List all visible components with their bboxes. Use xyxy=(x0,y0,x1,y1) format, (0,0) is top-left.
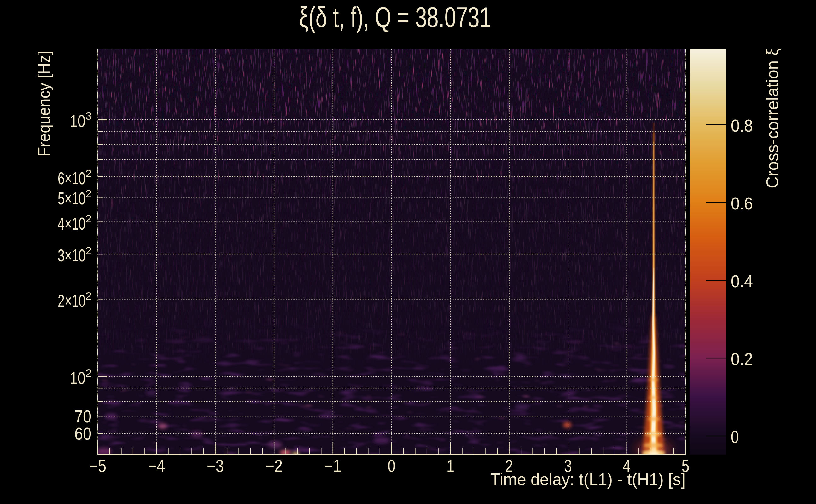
svg-text:−1: −1 xyxy=(325,456,342,476)
svg-text:10: 10 xyxy=(70,111,85,131)
svg-text:−5: −5 xyxy=(89,456,106,476)
svg-text:2: 2 xyxy=(85,290,92,302)
svg-text:0: 0 xyxy=(388,456,396,476)
svg-text:ξ(δ t, f), Q = 38.0731: ξ(δ t, f), Q = 38.0731 xyxy=(299,2,491,33)
svg-text:2: 2 xyxy=(85,187,92,199)
svg-text:Frequency [Hz]: Frequency [Hz] xyxy=(34,51,53,157)
svg-text:4×10: 4×10 xyxy=(58,214,85,233)
svg-text:70: 70 xyxy=(74,407,91,426)
svg-text:2×10: 2×10 xyxy=(58,291,85,311)
svg-text:0.8: 0.8 xyxy=(731,116,753,135)
svg-text:3: 3 xyxy=(85,110,92,122)
svg-text:10: 10 xyxy=(70,368,85,388)
svg-text:0.6: 0.6 xyxy=(731,193,753,213)
svg-text:0.4: 0.4 xyxy=(731,271,753,291)
svg-text:2: 2 xyxy=(85,213,92,225)
svg-text:60: 60 xyxy=(74,424,91,444)
svg-text:2: 2 xyxy=(85,367,92,379)
svg-text:6×10: 6×10 xyxy=(58,169,85,188)
svg-text:−2: −2 xyxy=(266,456,283,476)
svg-text:0: 0 xyxy=(731,427,739,447)
svg-text:−4: −4 xyxy=(148,456,165,476)
svg-text:2: 2 xyxy=(85,244,92,256)
svg-text:5×10: 5×10 xyxy=(58,189,85,208)
svg-text:Time delay: t(L1) - t(H1) [s]: Time delay: t(L1) - t(H1) [s] xyxy=(490,470,686,489)
svg-text:0.2: 0.2 xyxy=(731,349,753,369)
svg-text:1: 1 xyxy=(446,456,454,476)
svg-text:2: 2 xyxy=(85,167,92,179)
svg-text:3×10: 3×10 xyxy=(58,246,85,265)
svg-text:−3: −3 xyxy=(207,456,224,476)
svg-text:Cross-correlation ξ: Cross-correlation ξ xyxy=(763,48,782,188)
